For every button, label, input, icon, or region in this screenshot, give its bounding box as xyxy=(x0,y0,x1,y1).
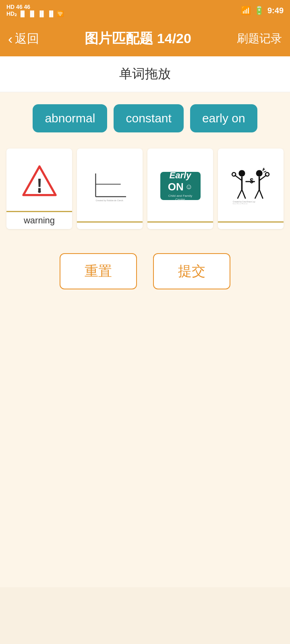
word-chip-abnormal[interactable]: abnormal xyxy=(33,104,107,132)
card-people-label xyxy=(218,221,284,229)
svg-line-19 xyxy=(259,190,263,199)
on-text: ON xyxy=(168,181,184,193)
early-on-subtitle: Child and Family Centre xyxy=(164,194,197,201)
back-button[interactable]: ‹ 返回 xyxy=(8,31,39,47)
people-icon: $ Created by Crea Khoon Lay from Noun Pr… xyxy=(231,168,271,204)
buttons-area: 重置 提交 xyxy=(0,241,290,305)
network-top: HD 46 46 xyxy=(6,4,64,10)
bottom-area xyxy=(0,305,290,587)
card-early-on-image: Early ON ☺ Child and Family Centre xyxy=(147,149,213,221)
section-title: 单词拖放 xyxy=(0,56,290,92)
network-bottom: HD₂ ▐▌ ▐▌ ▐▌ ▐▌ 🛜 xyxy=(6,10,64,17)
word-chip-early-on[interactable]: early on xyxy=(190,104,257,132)
card-early-on-label xyxy=(147,221,213,229)
card-graph-image: Created by Robbie de Clerck from Noun Pr… xyxy=(77,149,143,221)
smiley-icon: ☺ xyxy=(185,183,193,191)
card-warning-label: warning xyxy=(6,211,72,229)
card-people-image: $ Created by Crea Khoon Lay from Noun Pr… xyxy=(218,149,284,221)
signal-icon: 📶 xyxy=(241,6,251,15)
svg-text:$: $ xyxy=(250,177,253,184)
svg-point-8 xyxy=(238,170,245,176)
time-display: 9:49 xyxy=(267,6,284,15)
svg-text:Created by Crea Khoon Lay: Created by Crea Khoon Lay xyxy=(233,201,256,203)
card-warning-image: ! xyxy=(6,149,72,211)
early-text: Early xyxy=(170,170,191,181)
svg-point-2 xyxy=(38,190,41,193)
svg-point-11 xyxy=(232,172,236,176)
svg-text:from Noun Project: from Noun Project xyxy=(233,203,248,204)
status-right: 📶 🔋 9:49 xyxy=(241,6,284,15)
submit-button[interactable]: 提交 xyxy=(153,253,230,289)
early-on-logo: Early ON ☺ Child and Family Centre xyxy=(160,172,201,200)
svg-line-22 xyxy=(263,171,266,172)
card-graph-label xyxy=(77,221,143,229)
nav-bar: ‹ 返回 图片匹配题 14/20 刷题记录 xyxy=(0,21,290,56)
svg-line-13 xyxy=(242,190,245,199)
network-info: HD 46 46 HD₂ ▐▌ ▐▌ ▐▌ ▐▌ 🛜 xyxy=(6,4,64,17)
reset-button[interactable]: 重置 xyxy=(60,253,137,289)
battery-icon: 🔋 xyxy=(254,6,264,15)
svg-line-18 xyxy=(255,190,259,199)
word-chips-area: abnormal constant early on xyxy=(0,92,290,144)
svg-line-12 xyxy=(237,190,242,199)
svg-text:from Noun Project: from Noun Project xyxy=(95,201,113,202)
history-button[interactable]: 刷题记录 xyxy=(237,31,282,46)
svg-point-17 xyxy=(265,172,269,176)
cards-area: ! warning Created by Robbie de Clerck fr… xyxy=(0,144,290,241)
word-chip-constant[interactable]: constant xyxy=(114,104,183,132)
svg-point-14 xyxy=(256,170,262,176)
status-bar: HD 46 46 HD₂ ▐▌ ▐▌ ▐▌ ▐▌ 🛜 📶 🔋 9:49 xyxy=(0,0,290,21)
warning-triangle-icon: ! xyxy=(21,165,58,197)
card-graph[interactable]: Created by Robbie de Clerck from Noun Pr… xyxy=(77,149,143,229)
back-arrow-icon: ‹ xyxy=(8,31,12,47)
page-title: 图片匹配题 14/20 xyxy=(85,29,191,48)
graph-icon: Created by Robbie de Clerck from Noun Pr… xyxy=(90,170,130,202)
card-people[interactable]: $ Created by Crea Khoon Lay from Noun Pr… xyxy=(218,149,284,229)
back-label: 返回 xyxy=(15,31,39,47)
card-early-on[interactable]: Early ON ☺ Child and Family Centre xyxy=(147,149,213,229)
card-warning[interactable]: ! warning xyxy=(6,149,72,229)
